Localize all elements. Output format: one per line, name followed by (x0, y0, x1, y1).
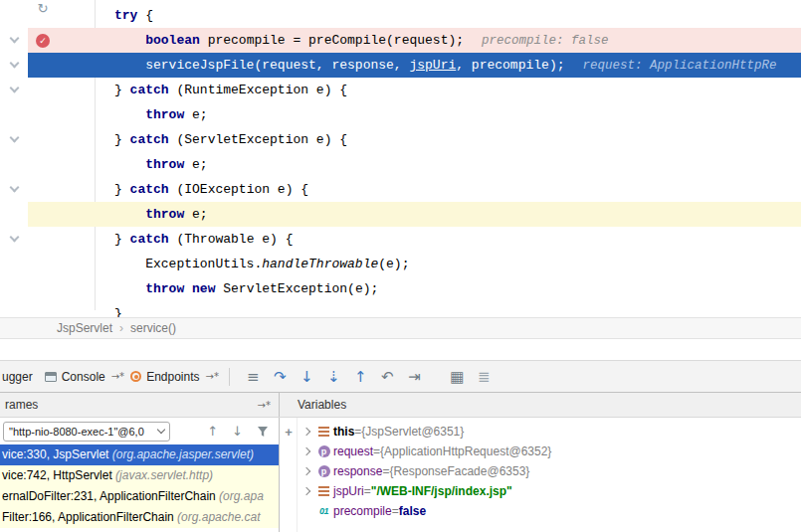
fold-gutter (0, 53, 28, 78)
variable-row[interactable]: this = {JspServlet@6351} (298, 422, 801, 442)
code-segment: (RuntimeException e) { (169, 83, 347, 97)
layout-settings-icon[interactable]: ≡ (240, 362, 267, 392)
variable-name: this (333, 425, 354, 439)
run-to-cursor-icon[interactable]: ⇥ (401, 362, 428, 392)
drop-frame-icon[interactable]: ↶ (374, 362, 401, 392)
code-segment: catch (130, 83, 169, 97)
mute-breakpoints-icon[interactable]: ≣ (471, 362, 498, 392)
fold-chevron-icon[interactable] (9, 84, 19, 93)
variable-row[interactable]: presponse = {ResponseFacade@6353} (298, 461, 801, 481)
stack-frame-row[interactable]: Filter:166, ApplicationFilterChain (org.… (0, 507, 279, 528)
code-line: serviceJspFile(request, response, jspUri… (0, 53, 801, 78)
stack-frame-row[interactable]: vice:330, JspServlet (org.apache.jasper.… (0, 444, 279, 465)
thread-selector-dropdown[interactable]: "http-nio-8080-exec-1"@6,0 (3, 422, 170, 442)
force-step-into-icon[interactable]: ⇣ (320, 362, 347, 392)
view-breakpoints-icon[interactable]: ▦ (444, 362, 471, 392)
primitive-value-icon: 01 (319, 506, 328, 516)
stack-frame-row[interactable]: ernalDoFilter:231, ApplicationFilterChai… (0, 486, 279, 507)
variables-tree: this = {JspServlet@6351}prequest = {Appl… (298, 418, 801, 532)
hide-library-frames-icon[interactable] (257, 426, 269, 438)
breadcrumb: JspServlet›service() (0, 317, 801, 339)
tab-debugger[interactable]: ugger (0, 361, 39, 392)
code-line: throw e; (0, 202, 801, 227)
code-text: throw new ServletException(e); (114, 281, 378, 296)
code-segment: catch (130, 132, 169, 147)
chevron-right-icon[interactable] (301, 487, 309, 495)
fold-chevron-icon[interactable] (9, 133, 19, 143)
variables-panel-title: Variables (298, 398, 346, 412)
code-segment (114, 281, 145, 296)
code-segment: e; (184, 157, 207, 172)
code-segment: } (114, 182, 130, 197)
code-line: ExceptionUtils.handleThrowable(e); (0, 252, 801, 276)
code-segment: } (114, 83, 130, 97)
pin-arrow-icon[interactable]: →* (206, 371, 219, 382)
frame-location: vice:330, JspServlet (2, 447, 112, 461)
code-segment: catch (130, 232, 169, 247)
code-line-body[interactable]: throw e; (28, 202, 801, 227)
code-segment: (IOException e) { (169, 182, 308, 197)
tree-chevron-column (298, 448, 314, 454)
breadcrumb-item[interactable]: service() (130, 321, 176, 335)
code-segment: } (114, 132, 130, 147)
variable-type-icon-column: p (314, 445, 333, 457)
next-frame-icon[interactable]: ↓ (232, 424, 243, 439)
equals-sign: = (364, 484, 371, 498)
code-segment (114, 107, 145, 122)
code-line-body[interactable]: ✓ boolean precompile = preCompile(reques… (28, 28, 801, 53)
variable-row[interactable]: jspUri = "/WEB-INF/jsp/index.jsp" (298, 481, 801, 501)
code-segment: try (114, 8, 137, 23)
previous-frame-icon[interactable]: ↑ (207, 424, 218, 439)
frame-location: Filter:166, ApplicationFilterChain (2, 510, 177, 524)
fold-gutter (0, 152, 28, 177)
breadcrumb-item[interactable]: JspServlet (57, 321, 112, 335)
reload-classes-icon: ↻ (38, 3, 49, 16)
code-segment: (Throwable e) { (169, 232, 294, 247)
code-line-body[interactable]: } catch (RuntimeException e) { (28, 78, 801, 102)
code-line-body[interactable]: throw e; (28, 152, 801, 177)
code-line-body[interactable]: } catch (IOException e) { (28, 177, 801, 202)
variable-value: {ApplicationHttpRequest@6352} (380, 444, 551, 458)
code-segment: catch (130, 182, 169, 197)
gutter-icon-column: ✓ (28, 34, 58, 48)
fold-chevron-icon[interactable] (9, 233, 19, 243)
code-line-body[interactable]: } catch (Throwable e) { (28, 227, 801, 252)
fold-chevron-icon[interactable] (9, 34, 19, 44)
tree-chevron-column (298, 468, 314, 474)
tab-endpoints[interactable]: Endpoints (124, 361, 205, 392)
fold-gutter (0, 202, 28, 227)
variable-row[interactable]: 01precompile = false (298, 501, 801, 521)
code-line-body[interactable]: } (28, 301, 801, 317)
chevron-right-icon[interactable] (301, 467, 309, 475)
step-over-icon[interactable]: ↷ (267, 362, 294, 392)
variable-type-icon-column: p (314, 465, 333, 477)
chevron-right-icon[interactable] (301, 428, 309, 436)
code-line: ✓ boolean precompile = preCompile(reques… (0, 28, 801, 53)
breakpoint-icon[interactable]: ✓ (36, 34, 50, 48)
fold-chevron-icon[interactable] (9, 59, 19, 69)
code-editor[interactable]: ↻try {✓ boolean precompile = preCompile(… (0, 0, 801, 317)
stack-frame-row[interactable]: vice:742, HttpServlet (javax.servlet.htt… (0, 465, 279, 486)
tab-console[interactable]: Console (39, 361, 111, 392)
tool-window-headers: rames →* Variables (0, 392, 801, 418)
debugger-toolbar: uggerConsole→*Endpoints→*≡↷↓⇣↑↶⇥▦≣ (0, 360, 801, 392)
new-watch-icon[interactable]: + (285, 425, 293, 532)
code-line-body[interactable]: } catch (ServletException e) { (28, 127, 801, 152)
variable-row[interactable]: prequest = {ApplicationHttpRequest@6352} (298, 442, 801, 461)
code-lines: ↻try {✓ boolean precompile = preCompile(… (0, 0, 801, 317)
code-line-body[interactable]: ExceptionUtils.handleThrowable(e); (28, 252, 801, 276)
code-line-body[interactable]: ↻try { (28, 3, 801, 28)
fold-chevron-icon[interactable] (9, 183, 19, 193)
variable-name: precompile (333, 504, 392, 518)
code-line-body[interactable]: throw new ServletException(e); (28, 276, 801, 301)
code-segment: } (114, 306, 122, 317)
step-into-icon[interactable]: ↓ (294, 362, 320, 392)
step-out-icon[interactable]: ↑ (347, 362, 374, 392)
fold-gutter (0, 102, 28, 127)
pin-arrow-icon[interactable]: →* (111, 371, 124, 382)
code-line-body[interactable]: throw e; (28, 102, 801, 127)
code-line-body[interactable]: serviceJspFile(request, response, jspUri… (28, 53, 801, 78)
console-icon (45, 372, 57, 382)
pin-arrow-icon[interactable]: →* (258, 400, 271, 411)
chevron-right-icon[interactable] (301, 447, 309, 455)
